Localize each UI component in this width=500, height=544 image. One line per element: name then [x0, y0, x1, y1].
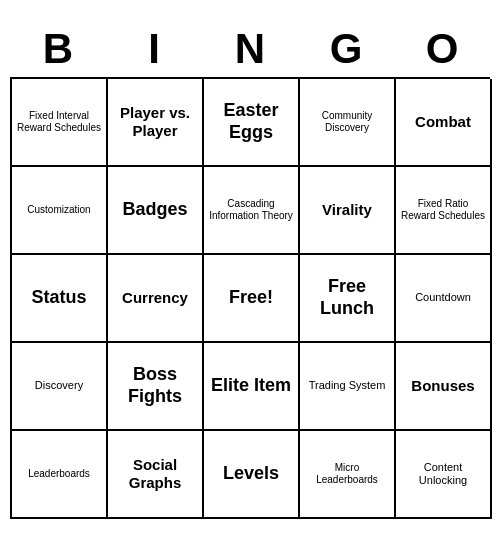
header-n: N [206, 25, 294, 73]
bingo-cell-10[interactable]: Status [12, 255, 108, 343]
bingo-cell-18[interactable]: Trading System [300, 343, 396, 431]
bingo-cell-8[interactable]: Virality [300, 167, 396, 255]
bingo-cell-13[interactable]: Free Lunch [300, 255, 396, 343]
bingo-card: B I N G O Fixed Interval Reward Schedule… [10, 25, 490, 519]
bingo-cell-2[interactable]: Easter Eggs [204, 79, 300, 167]
bingo-cell-24[interactable]: Content Unlocking [396, 431, 492, 519]
bingo-cell-3[interactable]: Community Discovery [300, 79, 396, 167]
bingo-cell-12[interactable]: Free! [204, 255, 300, 343]
bingo-cell-7[interactable]: Cascading Information Theory [204, 167, 300, 255]
header-b: B [14, 25, 102, 73]
bingo-cell-19[interactable]: Bonuses [396, 343, 492, 431]
bingo-cell-4[interactable]: Combat [396, 79, 492, 167]
header-i: I [110, 25, 198, 73]
bingo-cell-16[interactable]: Boss Fights [108, 343, 204, 431]
bingo-cell-5[interactable]: Customization [12, 167, 108, 255]
bingo-cell-14[interactable]: Countdown [396, 255, 492, 343]
bingo-cell-20[interactable]: Leaderboards [12, 431, 108, 519]
header-o: O [398, 25, 486, 73]
bingo-cell-0[interactable]: Fixed Interval Reward Schedules [12, 79, 108, 167]
bingo-cell-23[interactable]: Micro Leaderboards [300, 431, 396, 519]
bingo-cell-15[interactable]: Discovery [12, 343, 108, 431]
bingo-cell-21[interactable]: Social Graphs [108, 431, 204, 519]
bingo-cell-22[interactable]: Levels [204, 431, 300, 519]
bingo-cell-6[interactable]: Badges [108, 167, 204, 255]
bingo-cell-1[interactable]: Player vs. Player [108, 79, 204, 167]
bingo-cell-9[interactable]: Fixed Ratio Reward Schedules [396, 167, 492, 255]
bingo-cell-11[interactable]: Currency [108, 255, 204, 343]
bingo-header: B I N G O [10, 25, 490, 73]
bingo-grid: Fixed Interval Reward SchedulesPlayer vs… [10, 77, 490, 519]
header-g: G [302, 25, 390, 73]
bingo-cell-17[interactable]: Elite Item [204, 343, 300, 431]
